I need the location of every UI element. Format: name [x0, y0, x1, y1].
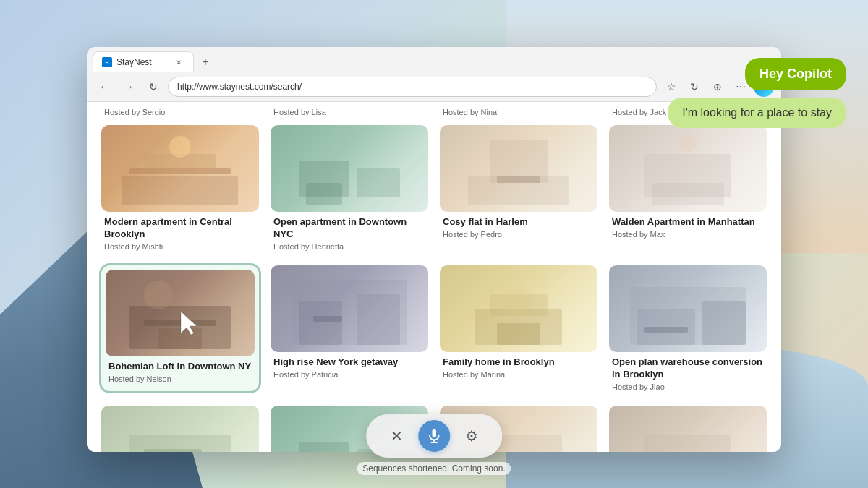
copilot-bubble-hey: Hey Copilot	[745, 58, 846, 90]
listing-card-row3-1[interactable]	[101, 406, 259, 452]
card-image-row3-1	[101, 406, 259, 452]
card-info-warehouse: Open plan warehouse conversion in Brookl…	[609, 352, 767, 391]
listing-card-cosy-harlem[interactable]: Cosy flat in Harlem Hosted by Pedro	[440, 125, 597, 251]
card-host-warehouse: Hosted by Jiao	[612, 382, 764, 391]
svg-rect-29	[644, 327, 688, 333]
image-inner	[271, 265, 428, 352]
card-host-family-brooklyn: Hosted by Marina	[443, 370, 595, 379]
card-title-cosy-harlem: Cosy flat in Harlem	[443, 216, 595, 228]
bottom-label: Sequences shortened. Coming soon.	[357, 462, 511, 475]
card-image-open-apt	[271, 125, 428, 212]
card-host-bohemian: Hosted by Nelson	[109, 374, 252, 383]
card-title-highrise: High rise New York getaway	[273, 356, 425, 369]
card-info-cosy-harlem: Cosy flat in Harlem Hosted by Pedro	[440, 212, 597, 239]
card-info-family-brooklyn: Family home in Brooklyn Hosted by Marina	[440, 352, 597, 379]
listing-card-bohemian[interactable]: Bohemian Loft in Downtown NY Hosted by N…	[101, 265, 259, 391]
tab-close-button[interactable]: ✕	[173, 56, 184, 68]
svg-rect-3	[122, 176, 238, 205]
svg-rect-5	[357, 168, 400, 197]
mic-button[interactable]	[418, 420, 450, 452]
svg-point-14	[144, 281, 173, 309]
card-image-row3-4	[609, 406, 767, 452]
address-bar[interactable]: http://www.staynest.com/search/	[168, 77, 657, 97]
image-inner	[101, 406, 259, 452]
svg-point-11	[679, 134, 697, 152]
refresh-button[interactable]: ↻	[143, 77, 163, 97]
svg-point-24	[504, 287, 533, 316]
cursor-arrow	[178, 310, 200, 339]
card-image-warehouse	[609, 265, 767, 352]
svg-rect-28	[702, 301, 746, 345]
url-text: http://www.staynest.com/search/	[177, 82, 302, 92]
svg-rect-0	[129, 168, 231, 174]
svg-rect-32	[299, 442, 349, 452]
card-image-highrise	[271, 265, 428, 352]
card-info-walden: Walden Apartment in Manhattan Hosted by …	[609, 212, 767, 239]
card-title-warehouse: Open plan warehouse conversion in Brookl…	[612, 356, 764, 381]
listing-card-warehouse[interactable]: Open plan warehouse conversion in Brookl…	[609, 265, 767, 391]
card-host-cosy-harlem: Hosted by Pedro	[443, 230, 595, 239]
card-image-walden	[609, 125, 767, 212]
tab-title: StayNest	[116, 57, 152, 67]
card-host-open-apt: Hosted by Henrietta	[273, 242, 425, 251]
svg-rect-6	[306, 183, 342, 205]
card-info-open-apt: Open apartment in Downtown NYC Hosted by…	[271, 212, 428, 251]
copilot-bubbles: Hey Copilot I'm looking for a place to s…	[668, 58, 846, 128]
card-image-modern-brooklyn	[101, 125, 259, 212]
image-inner	[609, 265, 767, 352]
image-inner	[609, 125, 767, 212]
listing-card-highrise[interactable]: High rise New York getaway Hosted by Pat…	[271, 265, 428, 391]
card-image-family-brooklyn	[440, 265, 597, 352]
card-host-walden: Hosted by Max	[612, 230, 764, 239]
close-button[interactable]: ✕	[380, 420, 412, 452]
card-image-bohemian	[106, 270, 255, 356]
listing-card-open-apt[interactable]: Open apartment in Downtown NYC Hosted by…	[271, 125, 428, 251]
host-label-sergio: Hosted by Sergio	[101, 108, 259, 116]
svg-rect-20	[357, 294, 400, 345]
card-host-highrise: Hosted by Patricia	[273, 370, 425, 379]
back-button[interactable]: ←	[94, 77, 114, 97]
image-inner	[440, 125, 597, 212]
svg-rect-31	[144, 449, 202, 452]
card-info-bohemian: Bohemian Loft in Downtown NY Hosted by N…	[106, 356, 255, 383]
listing-card-family-brooklyn[interactable]: Family home in Brooklyn Hosted by Marina	[440, 265, 597, 391]
image-inner	[271, 125, 428, 212]
image-inner	[609, 406, 767, 452]
forward-button[interactable]: →	[119, 77, 139, 97]
new-tab-button[interactable]: +	[195, 52, 216, 72]
image-inner	[440, 265, 597, 352]
card-title-modern-brooklyn: Modern apartment in Central Brooklyn	[104, 216, 256, 241]
tab-favicon: S	[102, 57, 112, 67]
card-info-highrise: High rise New York getaway Hosted by Pat…	[271, 352, 428, 379]
card-title-family-brooklyn: Family home in Brooklyn	[443, 356, 595, 369]
host-label-nina: Hosted by Nina	[440, 108, 597, 116]
svg-rect-25	[497, 323, 540, 345]
top-host-row: Hosted by Sergio Hosted by Lisa Hosted b…	[101, 102, 767, 119]
listing-card-modern-brooklyn[interactable]: Modern apartment in Central Brooklyn Hos…	[101, 125, 259, 251]
copilot-bubble-looking: I'm looking for a place to stay	[668, 98, 846, 128]
card-host-modern-brooklyn: Hosted by Mishti	[104, 242, 256, 251]
svg-point-2	[169, 136, 191, 158]
svg-rect-21	[313, 316, 342, 322]
svg-rect-9	[497, 176, 540, 183]
listing-grid-row2: Bohemian Loft in Downtown NY Hosted by N…	[101, 260, 767, 391]
page-content: Hosted by Sergio Hosted by Lisa Hosted b…	[87, 102, 781, 452]
card-info-modern-brooklyn: Modern apartment in Central Brooklyn Hos…	[101, 212, 259, 251]
bottom-controls: ✕ ⚙ Sequences shortened. Coming soon.	[357, 414, 511, 475]
active-tab[interactable]: S StayNest ✕	[93, 51, 194, 72]
listing-grid-row1: Modern apartment in Central Brooklyn Hos…	[101, 119, 767, 251]
listing-card-walden[interactable]: Walden Apartment in Manhattan Hosted by …	[609, 125, 767, 251]
listing-card-row3-4[interactable]	[609, 406, 767, 452]
card-image-cosy-harlem	[440, 125, 597, 212]
svg-marker-17	[181, 312, 197, 335]
settings-button[interactable]: ⚙	[456, 420, 488, 452]
image-inner	[106, 270, 255, 356]
mic-icon	[426, 428, 442, 444]
card-title-walden: Walden Apartment in Manhattan	[612, 216, 764, 228]
svg-rect-35	[644, 435, 731, 452]
card-title-bohemian: Bohemian Loft in Downtown NY	[109, 361, 252, 373]
image-inner	[101, 125, 259, 212]
svg-rect-37	[432, 429, 436, 437]
card-title-open-apt: Open apartment in Downtown NYC	[273, 216, 425, 241]
host-label-lisa: Hosted by Lisa	[271, 108, 428, 116]
